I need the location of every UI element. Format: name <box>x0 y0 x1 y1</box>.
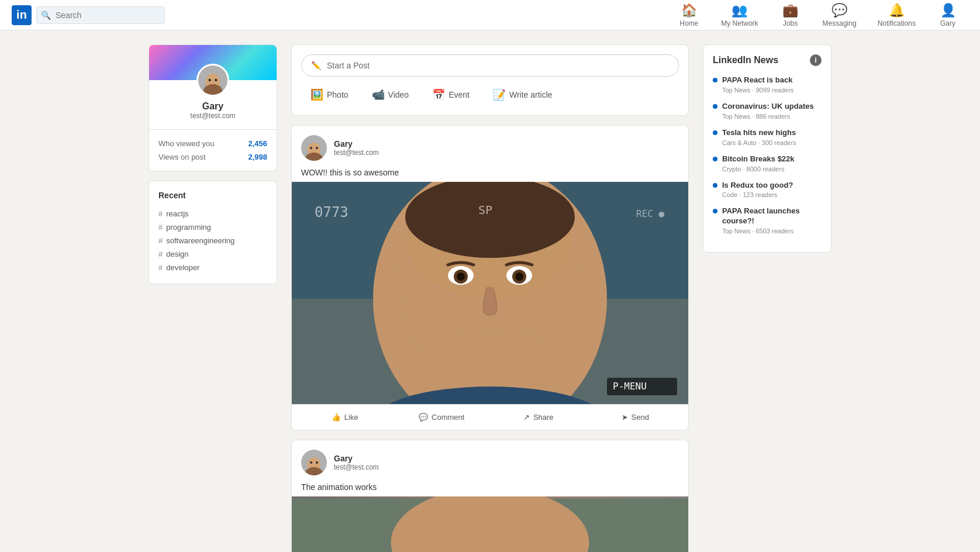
svg-point-19 <box>457 272 465 281</box>
news-header: LinkedIn News i <box>713 54 822 66</box>
hash-symbol: # <box>158 250 163 258</box>
post-user-info: Gary test@test.com <box>334 139 379 157</box>
main-layout: Gary test@test.com Who viewed you 2,456V… <box>139 44 841 552</box>
news-meta: Cars & Auto · 300 readers <box>722 139 796 146</box>
gary-icon: 👤 <box>940 3 956 18</box>
recent-title: Recent <box>158 191 267 200</box>
post-header: Gary test@test.com <box>292 126 688 165</box>
svg-point-9 <box>316 147 318 149</box>
profile-name: Gary <box>202 101 223 112</box>
feed: ✏️ Start a Post 🖼️ Photo📹 Video📅 Event📝 … <box>291 44 689 552</box>
photo-icon: 🖼️ <box>310 88 323 101</box>
recent-tag-item[interactable]: # developer <box>158 261 267 274</box>
info-icon[interactable]: i <box>810 54 822 66</box>
svg-point-4 <box>215 79 217 81</box>
post-like-button[interactable]: 👍 Like <box>296 407 394 427</box>
recent-tag-item[interactable]: # softwareengineering <box>158 234 267 247</box>
news-item-6[interactable]: PAPA React launches course?! Top News · … <box>713 206 822 234</box>
nav-item-gary[interactable]: 👤 Gary <box>927 1 968 30</box>
stat-row: Views on post 2,998 <box>158 150 267 164</box>
article-post-button[interactable]: 📝 Write article <box>484 84 562 106</box>
left-sidebar: Gary test@test.com Who viewed you 2,456V… <box>149 44 277 284</box>
news-meta: Crypto · 8000 readers <box>722 165 795 172</box>
stat-label: Views on post <box>158 153 206 161</box>
profile-email: test@test.com <box>191 112 236 120</box>
nav-item-home[interactable]: 🏠 Home <box>668 1 709 30</box>
event-icon: 📅 <box>432 88 445 101</box>
recent-card: Recent # reactjs# programming# softwaree… <box>149 181 277 284</box>
news-item-3[interactable]: Tesla hits new highs Cars & Auto · 300 r… <box>713 128 822 146</box>
search-input[interactable] <box>36 6 165 24</box>
news-item-5[interactable]: Is Redux too good? Code · 123 readers <box>713 181 822 199</box>
news-headline: Is Redux too good? <box>722 181 793 191</box>
news-item-4[interactable]: Bitcoin Breaks $22k Crypto · 8000 reader… <box>713 154 822 172</box>
nav-item-my-network[interactable]: 👥 My Network <box>712 1 767 30</box>
video-icon: 📹 <box>372 88 385 101</box>
video-post-button[interactable]: 📹 Video <box>363 84 419 106</box>
post-share-button[interactable]: ↗ Share <box>490 407 587 427</box>
post-user-name: Gary <box>334 139 379 149</box>
stat-label: Who viewed you <box>158 139 214 148</box>
news-headline: PAPA React launches course?! <box>722 206 822 226</box>
post-user-name: Gary <box>334 454 379 463</box>
recent-tag-label: design <box>166 250 188 258</box>
event-post-button[interactable]: 📅 Event <box>423 84 479 106</box>
notifications-icon: 🔔 <box>889 3 905 18</box>
post-image: 0773 SP REC ● P-MENU P-MENU <box>292 182 688 404</box>
news-dot <box>713 130 717 135</box>
news-meta: Top News · 6503 readers <box>722 227 822 234</box>
hash-symbol: # <box>158 223 163 232</box>
news-item-2[interactable]: Coronavirus: UK updates Top News · 886 r… <box>713 102 822 120</box>
news-meta: Top News · 886 readers <box>722 113 814 120</box>
start-post-label: Start a Post <box>327 61 370 70</box>
news-dot <box>713 209 717 213</box>
nav-item-notifications[interactable]: 🔔 Notifications <box>868 1 925 30</box>
news-headline: Coronavirus: UK updates <box>722 102 814 112</box>
share-icon: ↗ <box>523 413 530 422</box>
pencil-icon: ✏️ <box>311 61 321 70</box>
stat-row: Who viewed you 2,456 <box>158 137 267 150</box>
profile-avatar <box>196 64 229 96</box>
stat-value[interactable]: 2,998 <box>248 153 267 161</box>
linkedin-logo[interactable]: in <box>12 5 32 25</box>
news-title: LinkedIn News <box>713 55 778 65</box>
photo-label: Photo <box>327 90 348 99</box>
nav-item-messaging[interactable]: 💬 Messaging <box>813 1 866 30</box>
article-icon: 📝 <box>493 88 506 101</box>
recent-tag-item[interactable]: # design <box>158 247 267 261</box>
post-header: Gary test@test.com <box>292 440 688 480</box>
recent-list: # reactjs# programming# softwareengineer… <box>158 207 267 274</box>
posts-container: Gary test@test.com WOW!! this is so awes… <box>291 125 689 552</box>
svg-point-3 <box>208 79 211 81</box>
nav-item-jobs[interactable]: 💼 Jobs <box>770 1 811 30</box>
photo-post-button[interactable]: 🖼️ Photo <box>301 84 358 106</box>
start-post-input[interactable]: ✏️ Start a Post <box>301 54 679 77</box>
svg-text:0773: 0773 <box>315 204 348 220</box>
start-post-card: ✏️ Start a Post 🖼️ Photo📹 Video📅 Event📝 … <box>291 44 689 116</box>
news-content: PAPA React launches course?! Top News · … <box>722 206 822 234</box>
post-avatar <box>301 450 327 475</box>
recent-tag-label: programming <box>166 223 211 232</box>
recent-tag-item[interactable]: # programming <box>158 220 267 234</box>
news-dot <box>713 183 717 188</box>
news-headline: PAPA React is back <box>722 75 793 85</box>
svg-point-38 <box>310 461 312 464</box>
news-dot <box>713 104 717 109</box>
news-headline: Bitcoin Breaks $22k <box>722 154 795 164</box>
messaging-icon: 💬 <box>831 3 847 18</box>
post-comment-button[interactable]: 💬 Comment <box>394 407 491 427</box>
svg-point-23 <box>384 270 409 305</box>
post-avatar <box>301 135 327 161</box>
header: in 🔍 🏠 Home👥 My Network💼 Jobs💬 Messaging… <box>0 0 980 30</box>
comment-icon: 💬 <box>419 413 428 422</box>
post-send-button[interactable]: ➤ Send <box>587 407 684 427</box>
video-label: Video <box>388 90 409 99</box>
post-user-email: test@test.com <box>334 463 379 471</box>
right-sidebar: LinkedIn News i PAPA React is back Top N… <box>703 44 831 253</box>
post-text: WOW!! this is so awesome <box>292 165 688 182</box>
post-actions-row: 👍 Like💬 Comment↗ Share➤ Send <box>292 404 688 430</box>
recent-tag-item[interactable]: # reactjs <box>158 207 267 220</box>
news-list: PAPA React is back Top News · 9099 reade… <box>713 75 822 234</box>
news-item-1[interactable]: PAPA React is back Top News · 9099 reade… <box>713 75 822 94</box>
stat-value[interactable]: 2,456 <box>248 139 267 148</box>
